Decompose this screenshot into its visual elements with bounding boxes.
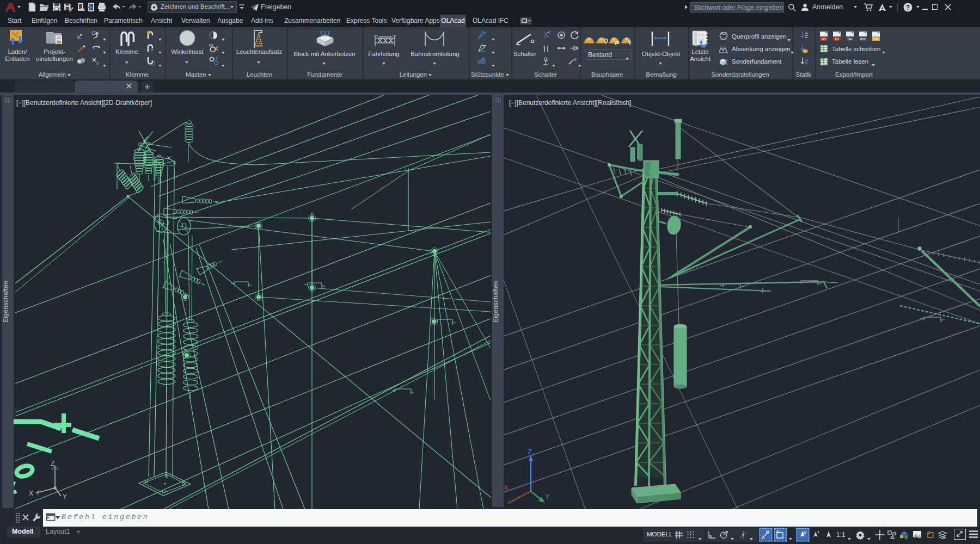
svg-text:Z: Z xyxy=(51,460,54,467)
svg-text:?: ? xyxy=(906,4,910,11)
svg-text:Z: Z xyxy=(528,448,532,456)
svg-text:Y: Y xyxy=(545,492,550,500)
svg-text:X: X xyxy=(504,484,509,492)
svg-text:X: X xyxy=(29,490,33,497)
svg-text:Y: Y xyxy=(63,493,67,500)
svg-text:MT: MT xyxy=(824,63,829,66)
svg-text:MS: MS xyxy=(822,38,826,41)
svg-text:MDH: MDH xyxy=(860,38,866,41)
svg-text:FS: FS xyxy=(835,38,839,41)
svg-text:DH: DH xyxy=(848,38,853,41)
svg-text:XML: XML xyxy=(873,38,879,41)
svg-text:MT: MT xyxy=(824,50,829,53)
